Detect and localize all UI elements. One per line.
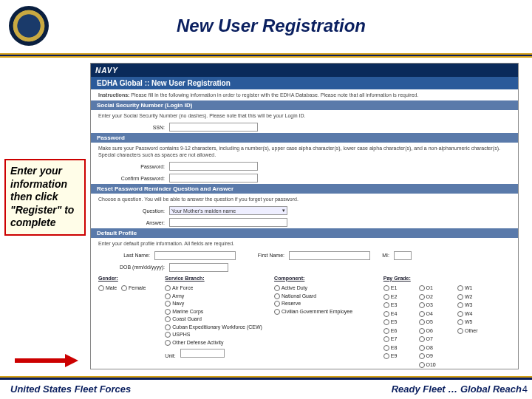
registration-form-screenshot: NAVY EDHA Global :: New User Registratio… [90,63,519,369]
footer-right: Ready Fleet … Global Reach [392,383,522,395]
paygrade-header: Pay Grade: [383,275,511,283]
last-name-label: Last Name: [98,253,150,258]
radio-component[interactable] [274,309,280,315]
radio-pg[interactable] [419,302,425,308]
radio-branch[interactable] [165,301,171,307]
radio-pg[interactable] [457,328,463,334]
radio-pg[interactable] [419,285,425,291]
profile-section-header: Default Profile [91,228,518,238]
radio-pg[interactable] [383,285,389,291]
header-rule [0,53,532,58]
password-label: Password: [98,164,165,169]
password-note: Make sure your Password contains 9-12 ch… [91,143,518,160]
radio-pg[interactable] [419,311,425,317]
profile-note: Enter your default profile information. … [91,238,518,249]
navy-brand: NAVY [95,66,118,75]
mi-input[interactable] [394,251,412,260]
radio-pg[interactable] [383,294,389,300]
instructions-text: Please fill in the following information… [131,92,418,98]
component-header: Component: [274,275,376,283]
first-name-label: First Name: [240,253,284,258]
radio-component[interactable] [274,293,280,299]
footer-rule [0,376,532,380]
radio-pg[interactable] [457,319,463,325]
unit-input[interactable] [180,349,225,358]
radio-pg[interactable] [419,362,425,368]
answer-label: Answer: [98,220,165,225]
app-title-bar: EDHA Global :: New User Registration [91,77,518,89]
page-number: 4 [522,383,528,395]
last-name-input[interactable] [154,251,236,260]
radio-pg[interactable] [383,336,389,342]
dob-input[interactable] [169,263,228,272]
radio-pg[interactable] [383,311,389,317]
radio-columns: Gender: Male Female Service Branch: Air … [91,273,518,369]
gender-header: Gender: [98,275,157,283]
arrow-indicator [15,355,81,366]
radio-branch[interactable] [165,285,171,291]
footer: United States Fleet Forces Ready Fleet …… [0,383,532,395]
reset-note: Choose a question. You will be able to a… [91,194,518,205]
radio-pg[interactable] [383,302,389,308]
radio-pg[interactable] [383,328,389,334]
slide: New User Registration Enter your informa… [0,0,532,399]
app-topbar: NAVY [91,64,518,77]
radio-pg[interactable] [457,302,463,308]
radio-pg[interactable] [383,353,389,359]
ssn-note: Enter your Social Security Number (no da… [91,110,518,121]
radio-branch[interactable] [165,324,171,330]
radio-female[interactable] [121,285,127,291]
radio-branch[interactable] [165,293,171,299]
radio-pg[interactable] [383,319,389,325]
radio-branch[interactable] [165,316,171,322]
radio-pg[interactable] [419,328,425,334]
footer-left: United States Fleet Forces [10,383,131,395]
header: New User Registration [0,0,532,52]
ssn-label: SSN: [98,125,165,130]
question-label: Question: [98,208,165,214]
radio-component[interactable] [274,285,280,291]
radio-pg[interactable] [383,345,389,351]
radio-male[interactable] [98,285,104,291]
instruction-callout: Enter your information then click "Regis… [4,159,86,236]
radio-pg[interactable] [419,353,425,359]
radio-branch[interactable] [165,340,171,346]
confirm-password-input[interactable] [169,174,258,183]
radio-component[interactable] [274,301,280,307]
radio-pg[interactable] [457,294,463,300]
radio-branch[interactable] [165,332,171,338]
first-name-input[interactable] [289,251,370,260]
radio-pg[interactable] [419,336,425,342]
ssn-section-header: Social Security Number (Login ID) [91,100,518,110]
password-input[interactable] [169,162,258,171]
confirm-password-label: Confirm Password: [98,176,165,181]
radio-pg[interactable] [419,345,425,351]
slide-title: New User Registration [64,16,479,36]
question-select[interactable]: Your Mother's maiden name ▾ [169,206,287,215]
password-section-header: Password [91,133,518,143]
mi-label: MI: [375,253,389,258]
answer-input[interactable] [169,218,287,227]
branch-header: Service Branch: [165,275,267,283]
radio-branch[interactable] [165,309,171,315]
unit-label: Unit: [165,353,175,358]
instructions-row: Instructions: Please fill in the followi… [91,89,518,100]
chevron-down-icon: ▾ [282,208,285,214]
reset-section-header: Reset Password Reminder Question and Ans… [91,184,518,194]
radio-pg[interactable] [419,294,425,300]
radio-pg[interactable] [457,285,463,291]
dob-label: DOB (mm/dd/yyyy): [98,265,165,270]
radio-pg[interactable] [419,319,425,325]
paygrade-grid: E1 O1 W1 E2 O2 W2 E3 O3 W3 E4 O4 W4 [383,284,511,369]
instructions-label: Instructions: [98,92,129,98]
radio-pg[interactable] [457,311,463,317]
fleet-forces-logo [9,6,49,46]
ssn-input[interactable] [169,123,258,132]
question-value: Your Mother's maiden name [171,208,236,214]
